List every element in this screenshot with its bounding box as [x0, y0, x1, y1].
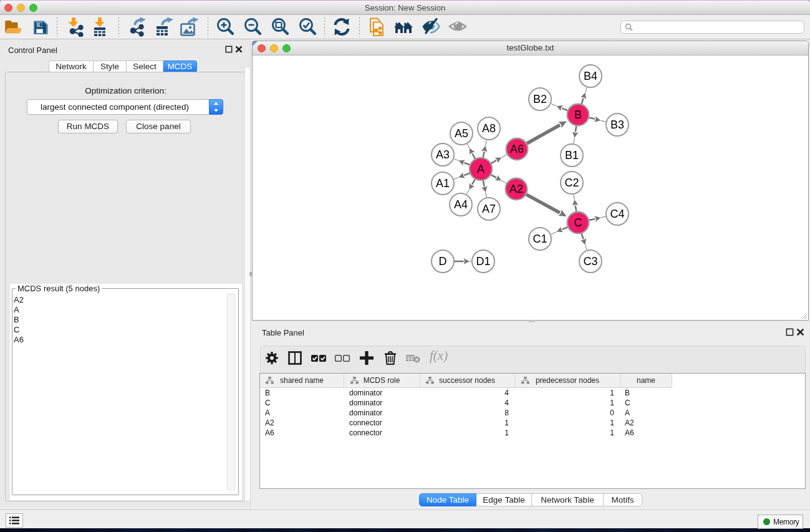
svg-text:D1: D1	[476, 255, 490, 268]
svg-text:B3: B3	[610, 118, 624, 131]
svg-text:A2: A2	[509, 183, 523, 195]
svg-text:C: C	[574, 216, 582, 229]
svg-text:A6: A6	[510, 143, 524, 155]
svg-text:B4: B4	[584, 70, 597, 82]
svg-text:B2: B2	[533, 93, 547, 105]
svg-text:A4: A4	[454, 198, 468, 211]
svg-text:B: B	[574, 109, 582, 121]
svg-text:B1: B1	[565, 149, 579, 162]
svg-text:C4: C4	[610, 208, 624, 220]
svg-text:A: A	[477, 163, 485, 175]
svg-text:A3: A3	[436, 148, 450, 161]
svg-text:C2: C2	[564, 177, 579, 189]
svg-text:D: D	[439, 255, 447, 268]
svg-text:A1: A1	[436, 177, 450, 190]
svg-text:A5: A5	[455, 127, 468, 140]
svg-text:A8: A8	[482, 122, 496, 135]
svg-text:C1: C1	[533, 233, 547, 245]
svg-text:A7: A7	[482, 203, 496, 215]
svg-text:C3: C3	[583, 255, 597, 268]
